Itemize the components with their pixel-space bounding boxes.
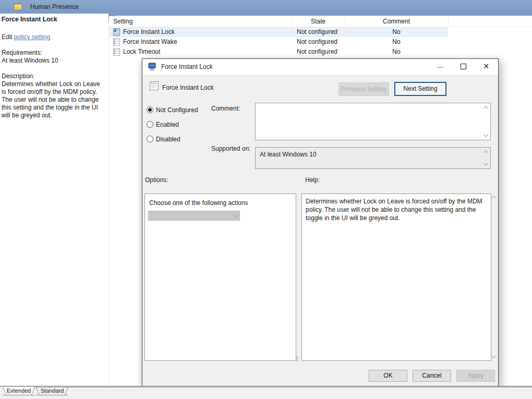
row-comment: No xyxy=(345,28,448,35)
folder-title: Human Presence xyxy=(30,3,79,10)
policy-icon xyxy=(113,48,120,56)
requirements-label: Requirements: xyxy=(2,49,42,56)
help-panel: Determines whether Lock on Leave is forc… xyxy=(301,194,491,361)
column-divider[interactable] xyxy=(448,17,449,26)
view-tab-strip: Extended Standard xyxy=(0,386,532,399)
scroll-down-icon[interactable] xyxy=(483,161,489,166)
tab-standard[interactable]: Standard xyxy=(36,387,68,395)
dialog-title: Force Instant Lock xyxy=(161,63,213,70)
dialog-titlebar[interactable]: Force Instant Lock ✕ xyxy=(142,59,498,75)
radio-enabled[interactable] xyxy=(147,121,153,128)
options-instruction: Choose one of the following actions xyxy=(149,199,248,207)
table-header: Setting State Comment xyxy=(109,16,532,27)
computer-policy-icon xyxy=(148,63,157,71)
help-text: Determines whether Lock on Leave is forc… xyxy=(306,197,487,222)
dialog-setting-name: Force Instant Lock xyxy=(162,84,214,91)
scroll-up-icon[interactable] xyxy=(483,150,489,155)
radio-disabled-label[interactable]: Disabled xyxy=(156,136,180,143)
scroll-up-icon[interactable] xyxy=(483,106,489,111)
scroll-down-icon[interactable] xyxy=(483,132,489,138)
scroll-down-icon[interactable] xyxy=(491,354,497,359)
description-label: Description: xyxy=(2,72,34,80)
column-header-state[interactable]: State xyxy=(292,18,345,25)
next-setting-button[interactable]: Next Setting xyxy=(394,82,446,96)
ok-button[interactable]: OK xyxy=(369,370,407,382)
minimize-icon xyxy=(437,67,443,68)
comment-label: Comment: xyxy=(211,105,240,112)
tab-extended[interactable]: Extended xyxy=(3,387,35,395)
panel-splitter[interactable] xyxy=(296,356,298,361)
folder-icon xyxy=(14,3,23,10)
chevron-down-icon xyxy=(233,213,237,217)
row-setting-name: Force Instant Wake xyxy=(123,38,177,45)
gpedit-window: Human Presence Force Instant Lock Editpo… xyxy=(0,0,532,399)
action-dropdown[interactable] xyxy=(148,211,240,221)
row-comment: No xyxy=(345,48,448,55)
edit-policy-line: Editpolicy setting xyxy=(2,33,50,41)
policy-dialog: Force Instant Lock ✕ Force Instant Lock … xyxy=(142,58,499,386)
supported-on-field[interactable]: At least Windows 10 xyxy=(255,147,491,169)
setting-icon xyxy=(150,81,159,90)
table-row[interactable]: Force Instant Wake Not configured No xyxy=(109,37,448,47)
policy-detail-pane: Force Instant Lock Editpolicy setting Re… xyxy=(0,14,108,386)
row-comment: No xyxy=(345,38,448,45)
tab-strip-line xyxy=(33,387,532,388)
policy-icon xyxy=(113,38,120,46)
table-row[interactable]: Force Instant Lock Not configured No xyxy=(109,27,448,37)
comment-textarea[interactable] xyxy=(255,103,491,140)
maximize-button[interactable] xyxy=(454,59,472,74)
options-label: Options: xyxy=(145,176,168,184)
column-header-comment[interactable]: Comment xyxy=(345,18,448,25)
help-label: Help: xyxy=(305,176,320,184)
supported-on-value: At least Windows 10 xyxy=(260,151,317,158)
selected-policy-title: Force Instant Lock xyxy=(2,16,57,23)
policy-setting-link[interactable]: policy setting xyxy=(14,33,50,41)
column-header-setting[interactable]: Setting xyxy=(113,18,132,25)
options-panel: Choose one of the following actions xyxy=(144,194,296,361)
row-state: Not configured xyxy=(297,38,337,45)
radio-not-configured[interactable] xyxy=(147,106,153,113)
close-icon: ✕ xyxy=(483,62,489,70)
maximize-icon xyxy=(461,64,466,69)
cancel-button[interactable]: Cancel xyxy=(413,370,451,382)
row-setting-name: Lock Timeout xyxy=(123,48,160,55)
scroll-up-icon[interactable] xyxy=(491,196,497,201)
description-text: Determines whether Lock on Leave is forc… xyxy=(2,80,105,119)
previous-setting-button[interactable]: Previous Setting xyxy=(338,82,389,96)
close-button[interactable]: ✕ xyxy=(477,59,495,74)
radio-disabled[interactable] xyxy=(147,136,153,142)
radio-not-configured-label[interactable]: Not Configured xyxy=(156,106,198,114)
header-band xyxy=(0,0,532,14)
minimize-button[interactable] xyxy=(431,59,449,74)
policy-icon xyxy=(113,28,120,36)
supported-on-label: Supported on: xyxy=(211,145,250,152)
edit-prefix: Edit xyxy=(2,33,13,41)
requirements-value: At least Windows 10 xyxy=(2,57,58,64)
row-state: Not configured xyxy=(297,48,337,55)
row-setting-name: Force Instant Lock xyxy=(123,28,175,35)
apply-button[interactable]: Apply xyxy=(456,370,495,382)
row-state: Not configured xyxy=(297,28,337,35)
radio-enabled-label[interactable]: Enabled xyxy=(156,121,179,128)
table-row[interactable]: Lock Timeout Not configured No xyxy=(109,47,448,57)
